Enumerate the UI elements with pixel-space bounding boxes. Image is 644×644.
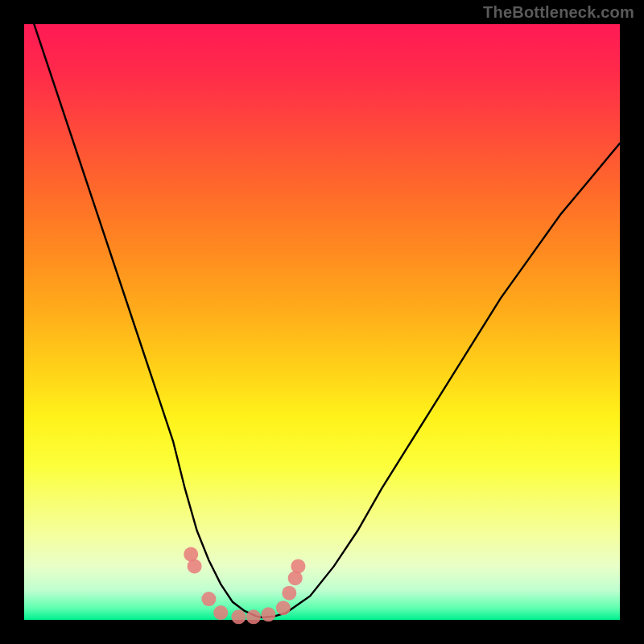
marker-dot bbox=[201, 592, 216, 606]
marker-dot bbox=[261, 607, 275, 621]
chart-svg bbox=[24, 24, 620, 620]
bottleneck-curve bbox=[24, 0, 620, 617]
marker-group bbox=[184, 547, 305, 625]
watermark-text: TheBottleneck.com bbox=[483, 3, 634, 22]
marker-dot bbox=[213, 605, 228, 620]
marker-dot bbox=[246, 609, 261, 624]
marker-dot bbox=[282, 586, 296, 601]
marker-dot bbox=[231, 609, 246, 624]
marker-dot bbox=[276, 601, 291, 615]
marker-dot bbox=[291, 559, 305, 573]
chart-frame: TheBottleneck.com bbox=[0, 0, 644, 644]
marker-dot bbox=[188, 559, 202, 573]
plot-area bbox=[24, 24, 620, 620]
